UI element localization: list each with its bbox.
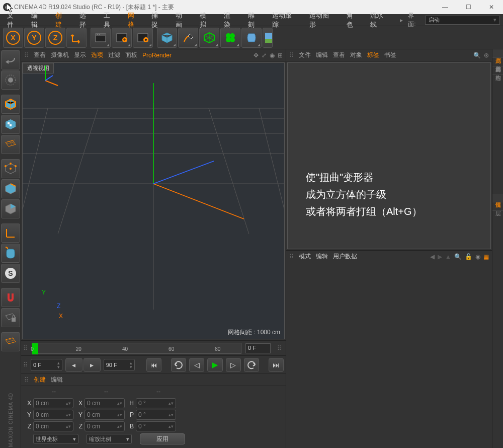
objmgr-menu-item[interactable]: 查看 <box>333 51 345 59</box>
object-manager-panel[interactable]: 使"扭曲"变形器成为立方体的子级或者将两者打组（Alt+G） <box>287 62 491 249</box>
play-button[interactable]: ▶ <box>207 358 222 372</box>
nav-up-icon[interactable]: ▲ <box>445 253 451 260</box>
environment-button[interactable] <box>263 28 273 48</box>
coord-system-button[interactable] <box>66 28 87 48</box>
timeline-ruler[interactable]: 020406080 <box>32 343 241 354</box>
objmgr-menu-item[interactable]: 标签 <box>367 51 379 59</box>
coord-field[interactable]: 0 cm▴▾ <box>33 410 73 420</box>
rtab-browse[interactable]: 浏览 <box>492 49 503 58</box>
target-icon[interactable]: ◉ <box>475 253 480 260</box>
maximize-button[interactable]: ☐ <box>457 0 480 14</box>
forward-loop-button[interactable] <box>244 358 259 372</box>
render-settings-button[interactable] <box>133 28 153 48</box>
coord-mode-select[interactable]: 世界坐标▾ <box>33 434 78 444</box>
snap-button[interactable]: S <box>1 264 20 283</box>
new-icon[interactable]: ▦ <box>483 253 489 260</box>
perspective-viewport[interactable]: 透视视图 <box>22 62 285 339</box>
y-axis-button[interactable]: Y <box>24 28 44 48</box>
objmgr-menu-item[interactable]: 对象 <box>350 51 362 59</box>
lock-icon[interactable]: 🔓 <box>465 253 472 260</box>
edge-mode-button[interactable] <box>1 179 20 198</box>
objmgr-menu-item[interactable]: 编辑 <box>316 51 328 59</box>
rtab-struct[interactable]: 构造 <box>492 66 503 75</box>
search2-icon[interactable]: 🔍 <box>454 253 462 260</box>
viewport-menu-item[interactable]: ProRender <box>142 52 172 59</box>
viewport-menu-item[interactable]: 面板 <box>125 51 137 59</box>
attribute-panel[interactable] <box>286 262 492 448</box>
axis-button[interactable] <box>1 223 20 243</box>
render-region-button[interactable] <box>112 28 132 48</box>
viewport-menu-item[interactable]: 过滤 <box>108 51 120 59</box>
start-frame-field[interactable]: 0 F▴▾ <box>31 359 62 371</box>
goto-start-button[interactable]: ⏮ <box>146 358 161 372</box>
coord-field[interactable]: 0 cm▴▾ <box>85 398 125 408</box>
magnet-button[interactable] <box>1 288 20 307</box>
material-menu-item[interactable]: 创建 <box>34 376 46 384</box>
objmgr-menu-item[interactable]: 文件 <box>299 51 311 59</box>
viewport-menu-item[interactable]: 选项 <box>91 51 103 59</box>
coord-field[interactable]: 0 cm▴▾ <box>85 410 125 420</box>
layout-selector[interactable]: 启动 ▾ <box>425 16 500 25</box>
range-end-button[interactable]: ▸ <box>83 358 101 372</box>
cube-primitive-button[interactable] <box>157 28 177 48</box>
rewind-loop-button[interactable] <box>171 358 186 372</box>
rtab-content[interactable]: 内容浏览器 <box>492 58 503 66</box>
viewport-menu-item[interactable]: 查看 <box>34 51 46 59</box>
search-icon[interactable]: 🔍 <box>473 52 481 59</box>
material-menu-item[interactable]: 编辑 <box>51 376 63 384</box>
coord-field[interactable]: 0 °▴▾ <box>136 410 176 420</box>
vp-move-icon[interactable]: ✥ <box>254 52 259 59</box>
z-axis-button[interactable]: Z <box>45 28 65 48</box>
attr-menu-item[interactable]: 编辑 <box>316 252 328 261</box>
point-mode-button[interactable] <box>1 159 20 178</box>
rtab-layer[interactable]: 层 <box>492 202 503 211</box>
live-select-button[interactable] <box>1 70 20 90</box>
vp-zoom-icon[interactable]: ⤢ <box>262 52 267 59</box>
attr-menu-item[interactable]: 模式 <box>299 252 311 261</box>
model-mode-button[interactable] <box>1 95 20 114</box>
apply-button[interactable]: 应用 <box>140 433 185 444</box>
rtab-attr[interactable]: 属性 <box>492 194 503 202</box>
coord-field[interactable]: 0 cm▴▾ <box>33 398 73 408</box>
step-back-button[interactable]: ◁ <box>189 358 204 372</box>
menu-item[interactable]: 角色 <box>343 10 364 30</box>
coord-field[interactable]: 0 °▴▾ <box>136 421 176 431</box>
close-button[interactable]: ✕ <box>480 0 503 14</box>
minimize-button[interactable]: — <box>434 0 457 14</box>
svg-text:X: X <box>11 34 16 42</box>
viewport-menu-item[interactable]: 显示 <box>74 51 86 59</box>
step-forward-button[interactable]: ▷ <box>226 358 241 372</box>
nav-back-icon[interactable]: ◀ <box>430 253 435 260</box>
lock-workplane-button[interactable] <box>1 308 20 327</box>
viewport-menu-item[interactable]: 摄像机 <box>51 51 69 59</box>
current-frame-field[interactable]: 0 F <box>245 343 271 353</box>
attr-menu-item[interactable]: 用户数据 <box>333 252 357 261</box>
generator-button[interactable] <box>199 28 219 48</box>
coord-field[interactable]: 0 cm▴▾ <box>33 421 73 431</box>
coord-field[interactable]: 0 °▴▾ <box>136 398 176 408</box>
undo-button[interactable] <box>1 50 20 69</box>
end-frame-field[interactable]: 90 F▴▾ <box>104 359 135 371</box>
coord-field[interactable]: 0 cm▴▾ <box>85 421 125 431</box>
menu-item[interactable]: 流水线 <box>366 10 394 30</box>
goto-end-button[interactable]: ⏭ <box>269 358 284 372</box>
deformer-button[interactable] <box>241 28 262 48</box>
range-start-button[interactable]: ◂ <box>65 358 82 372</box>
spline-pen-button[interactable] <box>178 28 198 48</box>
objmgr-menu-item[interactable]: 书签 <box>384 51 396 59</box>
mograph-button[interactable] <box>220 28 240 48</box>
x-axis-button[interactable]: X <box>3 28 23 48</box>
render-view-button[interactable] <box>91 28 111 48</box>
polygon-mode-button[interactable] <box>1 199 20 218</box>
vp-layout-icon[interactable]: ⊞ <box>278 52 283 59</box>
nav-fwd-icon[interactable]: ▶ <box>438 253 442 260</box>
workplane-mode-button[interactable] <box>1 332 20 351</box>
texture-mode-button[interactable] <box>1 115 20 134</box>
menu-item[interactable]: 运动图形 <box>305 10 340 30</box>
workplane-button[interactable] <box>1 135 20 154</box>
mouse-mode-button[interactable] <box>1 244 20 263</box>
scale-mode-select[interactable]: 缩放比例▾ <box>87 434 132 444</box>
vp-rotate-icon[interactable]: ◉ <box>270 52 275 59</box>
eye-icon[interactable]: ⊛ <box>484 52 489 59</box>
maxon-branding: MAXON CINEMA 4D <box>1 387 20 447</box>
